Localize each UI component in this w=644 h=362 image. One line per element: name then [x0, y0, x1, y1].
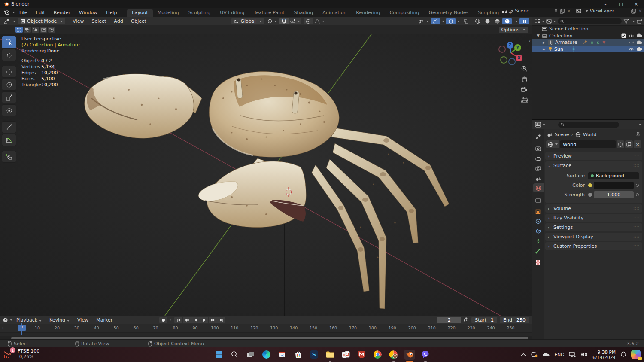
camera-restrict-icon[interactable]: [637, 47, 642, 51]
tab-object[interactable]: [532, 207, 544, 216]
tab-scripting[interactable]: Scripting: [473, 9, 504, 17]
tool-measure[interactable]: [2, 134, 16, 146]
unlink-datablock-button[interactable]: ×: [634, 140, 641, 148]
gizmos-toggle[interactable]: [431, 18, 440, 24]
eye-icon[interactable]: [629, 34, 634, 38]
eye-icon[interactable]: [629, 47, 634, 51]
play-reverse-button[interactable]: [191, 317, 200, 323]
navigation-gizmo[interactable]: Z Y X: [493, 37, 526, 65]
menu-render[interactable]: Render: [49, 10, 75, 15]
tab-output[interactable]: [532, 154, 544, 163]
checkbox-checked-icon[interactable]: [621, 33, 626, 38]
tab-bone[interactable]: [532, 246, 544, 256]
menu-window[interactable]: Window: [75, 10, 102, 15]
tool-annotate[interactable]: [2, 121, 16, 133]
overlays-toggle[interactable]: [446, 18, 456, 24]
pin-icon[interactable]: [636, 132, 641, 137]
remove-viewlayer-icon[interactable]: ×: [638, 8, 642, 14]
camera-view-icon[interactable]: [521, 87, 528, 93]
scene-name[interactable]: Scene: [515, 8, 552, 14]
tab-object-data[interactable]: [532, 237, 544, 246]
pin-icon[interactable]: [554, 9, 558, 13]
notifications-bell-icon[interactable]: [620, 351, 626, 358]
select-mode-extend-button[interactable]: [24, 27, 31, 33]
camera-restrict-icon[interactable]: [637, 33, 642, 38]
tab-rendering[interactable]: Rendering: [351, 9, 385, 17]
maximize-button[interactable]: □: [613, 0, 629, 8]
properties-search-input[interactable]: [566, 122, 617, 128]
tab-modeling[interactable]: Modeling: [153, 9, 184, 17]
properties-editor-type-button[interactable]: [535, 122, 545, 128]
chevron-down-icon[interactable]: [639, 124, 641, 125]
properties-search[interactable]: [558, 122, 619, 128]
chevron-down-icon[interactable]: [442, 21, 444, 22]
prev-keyframe-button[interactable]: [183, 317, 191, 323]
sidebar-collapse-icon[interactable]: ‹: [529, 38, 531, 44]
outliner-row-armature[interactable]: ► Armature: [532, 39, 644, 46]
tab-tool[interactable]: [532, 132, 544, 141]
panel-settings[interactable]: ›Settings::::: [545, 223, 642, 231]
app-menu-button[interactable]: [0, 10, 15, 15]
gizmo-axis-z[interactable]: Z: [507, 42, 513, 49]
expand-arrow-icon[interactable]: ▼: [537, 33, 540, 38]
edge-button[interactable]: [261, 350, 272, 360]
proportional-falloff-dropdown[interactable]: [313, 18, 325, 24]
current-frame-field[interactable]: 2: [437, 317, 461, 323]
options-dropdown[interactable]: Options: [499, 27, 528, 33]
timeline-ruler[interactable]: › 10203040506070809010011012013014015016…: [0, 324, 532, 333]
tab-render[interactable]: [532, 144, 544, 153]
menu-keying[interactable]: Keying: [46, 317, 73, 323]
snap-toggle[interactable]: [279, 18, 289, 24]
tab-geometry-nodes[interactable]: Geometry Nodes: [424, 9, 473, 17]
view-layer-name[interactable]: ViewLayer: [590, 8, 629, 14]
tool-rotate[interactable]: [2, 79, 16, 91]
jump-to-end-button[interactable]: [217, 317, 225, 323]
tool-move[interactable]: [2, 66, 16, 78]
tab-shading[interactable]: Shading: [289, 9, 318, 17]
gizmo-axis-y[interactable]: Y: [514, 44, 521, 51]
blender-taskbar-button[interactable]: [404, 350, 415, 360]
pivot-point-dropdown[interactable]: [267, 18, 277, 24]
tool-select-box[interactable]: [2, 36, 16, 48]
tab-view-layer[interactable]: [532, 164, 544, 173]
tab-constraints[interactable]: [532, 217, 544, 226]
chevron-down-icon[interactable]: [515, 21, 518, 22]
panel-ray-visibility[interactable]: ›Ray Visibility::::: [545, 214, 642, 222]
crab-model[interactable]: [85, 72, 449, 309]
game-tiles-button[interactable]: [341, 350, 351, 360]
outliner-row-collection[interactable]: ▼ Collection: [532, 33, 644, 40]
transform-orientation-dropdown[interactable]: Global: [231, 18, 264, 24]
new-datablock-button[interactable]: [625, 140, 633, 148]
surface-shader-selector[interactable]: Background: [588, 172, 639, 179]
taskbar-search-button[interactable]: [230, 350, 240, 360]
select-mode-new-button[interactable]: [15, 27, 23, 33]
tab-texture[interactable]: [532, 258, 544, 267]
speaker-icon[interactable]: [581, 352, 588, 357]
tab-collection-props[interactable]: [532, 196, 544, 205]
start-button[interactable]: [214, 350, 224, 360]
tray-chevron-up-icon[interactable]: [521, 353, 526, 356]
outliner-filter-mode-button[interactable]: [546, 19, 556, 24]
language-indicator[interactable]: ENG: [555, 352, 565, 357]
tab-physics[interactable]: [532, 227, 544, 236]
filter-funnel-icon[interactable]: [623, 19, 629, 24]
chevron-down-icon[interactable]: [169, 319, 172, 321]
panel-surface-header[interactable]: ⌄Surface::::: [545, 161, 642, 170]
editor-type-button[interactable]: [0, 18, 15, 24]
animate-dot-icon[interactable]: [636, 193, 639, 196]
tab-animation[interactable]: Animation: [318, 9, 351, 17]
menu-tl-view[interactable]: View: [73, 317, 92, 323]
zoom-icon[interactable]: [521, 66, 528, 72]
tool-cursor[interactable]: [2, 49, 16, 61]
network-display-icon[interactable]: [569, 352, 576, 358]
gizmo-axis-x-neg[interactable]: [498, 46, 506, 53]
timeline-editor-type-button[interactable]: [0, 317, 12, 323]
gizmo-axis-y-neg[interactable]: [500, 56, 507, 64]
breadcrumb-scene[interactable]: Scene: [555, 132, 569, 137]
viber-button[interactable]: [420, 350, 431, 360]
chrome-button[interactable]: [373, 350, 383, 360]
chevron-down-icon[interactable]: [511, 10, 513, 12]
tab-uv-editing[interactable]: UV Editing: [215, 9, 249, 17]
outliner-editor-type-button[interactable]: [534, 19, 544, 24]
stopwatch-icon[interactable]: [464, 317, 469, 323]
